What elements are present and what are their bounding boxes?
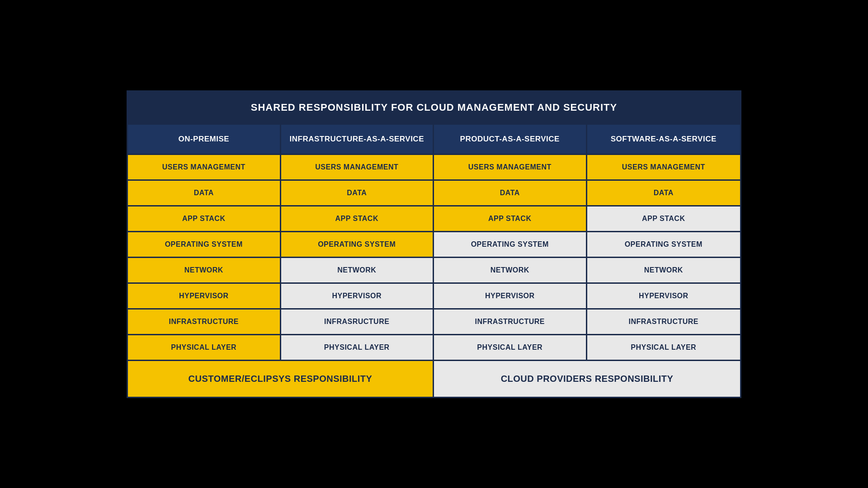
cell-7-0: PHYSICAL LAYER <box>128 335 281 360</box>
cell-0-1: USERS MANAGEMENT <box>281 155 434 179</box>
header-col-2: PRODUCT-AS-A-SERVICE <box>434 125 587 154</box>
cell-5-2: HYPERVISOR <box>434 284 587 308</box>
cell-5-0: HYPERVISOR <box>128 284 281 308</box>
cell-2-2: APP STACK <box>434 206 587 231</box>
data-row-2: APP STACKAPP STACKAPP STACKAPP STACK <box>128 205 740 231</box>
cell-3-1: OPERATING SYSTEM <box>281 232 434 257</box>
header-col-0: ON-PREMISE <box>128 125 281 154</box>
cell-6-3: INFRASTRUCTURE <box>587 310 741 334</box>
cell-7-1: PHYSICAL LAYER <box>281 335 434 360</box>
main-table: SHARED RESPONSIBILITY FOR CLOUD MANAGEME… <box>127 90 741 398</box>
rows-container: USERS MANAGEMENTUSERS MANAGEMENTUSERS MA… <box>128 154 740 360</box>
cell-2-3: APP STACK <box>587 206 741 231</box>
footer-customer: CUSTOMER/ECLIPSYS RESPONSIBILITY <box>128 361 434 397</box>
table-title: SHARED RESPONSIBILITY FOR CLOUD MANAGEME… <box>251 102 617 113</box>
data-row-4: NETWORKNETWORKNETWORKNETWORK <box>128 257 740 282</box>
cell-3-2: OPERATING SYSTEM <box>434 232 587 257</box>
cell-0-3: USERS MANAGEMENT <box>587 155 741 179</box>
header-col-3: SOFTWARE-AS-A-SERVICE <box>587 125 741 154</box>
cell-2-1: APP STACK <box>281 206 434 231</box>
footer-row: CUSTOMER/ECLIPSYS RESPONSIBILITY CLOUD P… <box>128 360 740 397</box>
cell-4-2: NETWORK <box>434 258 587 282</box>
cell-1-1: DATA <box>281 181 434 205</box>
cell-0-0: USERS MANAGEMENT <box>128 155 281 179</box>
cell-5-3: HYPERVISOR <box>587 284 741 308</box>
data-row-0: USERS MANAGEMENTUSERS MANAGEMENTUSERS MA… <box>128 154 740 179</box>
cell-7-3: PHYSICAL LAYER <box>587 335 741 360</box>
cell-2-0: APP STACK <box>128 206 281 231</box>
cell-0-2: USERS MANAGEMENT <box>434 155 587 179</box>
data-row-6: INFRASTRUCTUREINFRASRUCTUREINFRASTRUCTUR… <box>128 308 740 334</box>
title-row: SHARED RESPONSIBILITY FOR CLOUD MANAGEME… <box>128 92 740 123</box>
cell-1-2: DATA <box>434 181 587 205</box>
cell-6-2: INFRASTRUCTURE <box>434 310 587 334</box>
data-row-5: HYPERVISORHYPERVISORHYPERVISORHYPERVISOR <box>128 282 740 308</box>
cell-3-3: OPERATING SYSTEM <box>587 232 741 257</box>
header-col-1: INFRASTRUCTURE-AS-A-SERVICE <box>281 125 434 154</box>
cell-3-0: OPERATING SYSTEM <box>128 232 281 257</box>
cell-6-0: INFRASTRUCTURE <box>128 310 281 334</box>
cell-7-2: PHYSICAL LAYER <box>434 335 587 360</box>
data-row-7: PHYSICAL LAYERPHYSICAL LAYERPHYSICAL LAY… <box>128 334 740 360</box>
cell-1-3: DATA <box>587 181 741 205</box>
data-row-3: OPERATING SYSTEMOPERATING SYSTEMOPERATIN… <box>128 231 740 257</box>
cell-1-0: DATA <box>128 181 281 205</box>
header-row: ON-PREMISE INFRASTRUCTURE-AS-A-SERVICE P… <box>128 123 740 154</box>
cell-4-3: NETWORK <box>587 258 741 282</box>
cell-5-1: HYPERVISOR <box>281 284 434 308</box>
cell-4-1: NETWORK <box>281 258 434 282</box>
cell-6-1: INFRASRUCTURE <box>281 310 434 334</box>
footer-cloud: CLOUD PROVIDERS RESPONSIBILITY <box>434 361 740 397</box>
cell-4-0: NETWORK <box>128 258 281 282</box>
data-row-1: DATADATADATADATA <box>128 179 740 205</box>
